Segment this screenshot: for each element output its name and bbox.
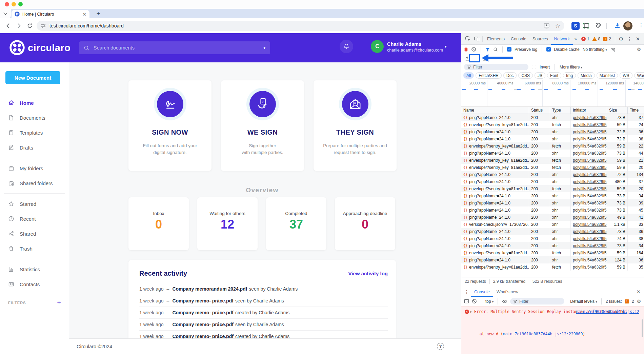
sidebar-item[interactable]: Templates <box>0 125 69 140</box>
initiator-link[interactable]: polyfills.54a6329f5 <box>573 122 606 127</box>
downloads-icon[interactable] <box>614 22 621 29</box>
request-type-chip[interactable]: Fetch/XHR <box>476 72 502 79</box>
search-input[interactable] <box>94 45 263 51</box>
initiator-link[interactable]: polyfills.54a6329f5 <box>573 229 606 234</box>
device-toolbar-icon[interactable] <box>472 35 481 43</box>
network-request-row[interactable]: {}envelope/?sentry_key=81ae2dd... 200 fe… <box>461 185 644 192</box>
activity-row[interactable]: 1 week ago – Company memorandum 2024.pdf… <box>139 283 388 295</box>
issues-badge[interactable]: !2 <box>603 37 611 41</box>
drawer-close-icon[interactable]: ✕ <box>634 289 643 295</box>
activity-document-name[interactable]: Company memo- práce.pdf <box>172 298 233 303</box>
network-request-row[interactable]: {}ping?appName=24.1.0 200 xhr polyfills.… <box>461 214 644 221</box>
sidebar-item[interactable]: Shared folders <box>0 176 69 191</box>
screenshot-extension-icon[interactable] <box>583 22 590 29</box>
network-request-row[interactable]: {}ping?appName=24.1.0 200 xhr polyfills.… <box>461 114 644 121</box>
devtools-menu-icon[interactable]: ⋮ <box>625 36 633 42</box>
drawer-tab[interactable]: Console <box>471 287 493 297</box>
console-filter-pill[interactable] <box>510 298 564 304</box>
issues-counter[interactable]: 2 Issues: <box>606 299 622 304</box>
console-scrollbar-thumb[interactable] <box>642 319 643 337</box>
console-context-select[interactable]: top▾ <box>485 299 494 304</box>
network-request-row[interactable]: {}envelope/?sentry_key=81ae2dd... 200 fe… <box>461 249 644 256</box>
extension-s-icon[interactable]: S <box>571 22 580 30</box>
add-filter-button[interactable]: + <box>57 299 61 307</box>
url-text[interactable]: test.circularo.com/home/dashbo­ard <box>49 23 124 28</box>
inspect-element-icon[interactable] <box>463 35 472 43</box>
network-settings-icon[interactable]: ⚙ <box>637 46 641 53</box>
stat-card[interactable]: Completed 37 <box>266 197 326 250</box>
url-bar[interactable]: test.circularo.com/home/dashbo­ard ☆ <box>37 21 564 31</box>
sidebar-item[interactable]: Documents <box>0 110 69 125</box>
activity-document-name[interactable]: Company memo- práce.pdf <box>172 322 233 327</box>
back-icon[interactable] <box>5 22 12 29</box>
stat-card[interactable]: Approaching deadline 0 <box>335 197 395 250</box>
initiator-link[interactable]: polyfills.54a6329f5 <box>573 258 606 262</box>
stack-frame-link[interactable]: main.7ef9010e8837d44b.js:12:229809 <box>503 332 583 336</box>
search-network-icon[interactable] <box>493 47 498 52</box>
error-badge[interactable]: ✕1 <box>581 37 589 41</box>
request-type-chip[interactable]: Font <box>547 72 561 79</box>
network-filter-input[interactable] <box>473 65 514 70</box>
expand-triangle-icon[interactable]: ▶ <box>470 309 472 315</box>
request-type-chip[interactable]: Manifest <box>597 72 618 79</box>
initiator-link[interactable]: polyfills.54a6329f5 <box>573 172 606 177</box>
forward-icon[interactable] <box>16 22 22 29</box>
sidebar-item[interactable]: Starred <box>0 196 69 211</box>
network-timeline[interactable]: 20000 ms 40000 ms 60000 ms 80000 ms 1000… <box>461 80 644 107</box>
more-filters-dropdown[interactable]: More filters▾ <box>560 65 582 70</box>
activity-document-name[interactable]: Company memorandum 2024.pdf <box>172 286 247 292</box>
console-error-message[interactable]: ✕ ▶ Error: Multiple Sentry Session Repla… <box>461 307 644 315</box>
network-request-row[interactable]: {}ping?appName=24.1.0 200 xhr polyfills.… <box>461 150 644 157</box>
network-request-row[interactable]: {}ping?appName=24.1.0 200 xhr polyfills.… <box>461 235 644 242</box>
initiator-link[interactable]: polyfills.54a6329f5 <box>573 236 606 241</box>
help-button[interactable]: ? <box>437 343 444 350</box>
drawer-menu-icon[interactable]: ⋮ <box>463 289 471 295</box>
error-source-link[interactable]: main.7ef9010e8837d44b.js:12 <box>576 309 639 315</box>
initiator-link[interactable]: polyfills.54a6329f5 <box>573 137 606 141</box>
stat-card[interactable]: Inbox 0 <box>128 197 189 250</box>
preserve-log-checkbox[interactable]: ✓ <box>507 47 511 52</box>
initiator-link[interactable]: polyfills.54a6329f5 <box>573 115 606 120</box>
request-type-chip[interactable]: Doc <box>503 72 517 79</box>
browser-profile-avatar[interactable] <box>623 21 632 31</box>
activity-row[interactable]: 1 week ago – Company memo- práce.pdf see… <box>139 318 388 330</box>
activity-document-name[interactable]: Company memo- práce.pdf <box>172 310 233 315</box>
site-settings-icon[interactable] <box>41 23 46 28</box>
sidebar-item[interactable]: My folders <box>0 161 69 176</box>
live-expression-eye-icon[interactable] <box>502 299 507 304</box>
bookmark-star-icon[interactable]: ☆ <box>555 22 560 29</box>
new-tab-button[interactable]: + <box>94 9 102 18</box>
more-tabs-icon[interactable]: » <box>573 36 579 41</box>
request-type-chip[interactable]: Wasm <box>634 72 644 79</box>
activity-row[interactable]: 1 week ago – Company memo- práce.pdf cre… <box>139 307 388 318</box>
network-request-row[interactable]: {}ping?appName=24.1.0 200 xhr polyfills.… <box>461 192 644 199</box>
sidebar-item[interactable]: Drafts <box>0 140 69 155</box>
column-header[interactable]: Type <box>550 107 571 114</box>
network-request-row[interactable]: {}ping?appName=24.1.0 200 xhr polyfills.… <box>461 171 644 178</box>
search-bar[interactable]: ▾ <box>79 41 270 54</box>
console-sidebar-icon[interactable] <box>464 299 469 304</box>
record-network-log-button[interactable] <box>464 47 468 52</box>
initiator-link[interactable]: polyfills.54a6329f5 <box>573 179 606 184</box>
new-document-button[interactable]: New Document <box>5 71 60 84</box>
network-request-row[interactable]: {}envelope/?sentry_key=81ae2dd... 200 fe… <box>461 142 644 150</box>
action-card[interactable]: THEY SIGN Prepare for multiple parties a… <box>314 80 397 171</box>
devtools-settings-icon[interactable]: ⚙ <box>617 35 625 43</box>
clear-network-log-icon[interactable] <box>471 47 476 52</box>
network-request-row[interactable]: {}ping?appName=24.1.0 200 xhr polyfills.… <box>461 256 644 263</box>
install-icon[interactable] <box>543 23 550 29</box>
initiator-link[interactable]: polyfills.54a6329f5 <box>573 186 606 191</box>
network-request-row[interactable]: {}ping?appName=24.1.0 200 xhr polyfills.… <box>461 242 644 249</box>
search-dropdown-caret-icon[interactable]: ▾ <box>263 46 265 50</box>
throttling-select[interactable]: No throttling▾ <box>583 47 607 52</box>
sidebar-item[interactable]: Recent <box>0 211 69 226</box>
initiator-link[interactable]: polyfills.54a6329f5 <box>573 165 606 170</box>
network-request-row[interactable]: {}envelope/?sentry_key=81ae2dd... 200 fe… <box>461 157 644 164</box>
brand-wordmark[interactable]: circularo <box>28 42 71 54</box>
initiator-link[interactable]: polyfills.54a6329f5 <box>573 208 606 213</box>
network-request-row[interactable]: {}ping?appName=24.1.0 200 xhr polyfills.… <box>461 228 644 235</box>
disable-cache-checkbox[interactable]: ✓ <box>546 47 551 52</box>
column-header[interactable]: Name <box>461 107 529 114</box>
request-type-chip[interactable]: All <box>463 72 474 79</box>
invert-checkbox[interactable] <box>532 65 536 69</box>
